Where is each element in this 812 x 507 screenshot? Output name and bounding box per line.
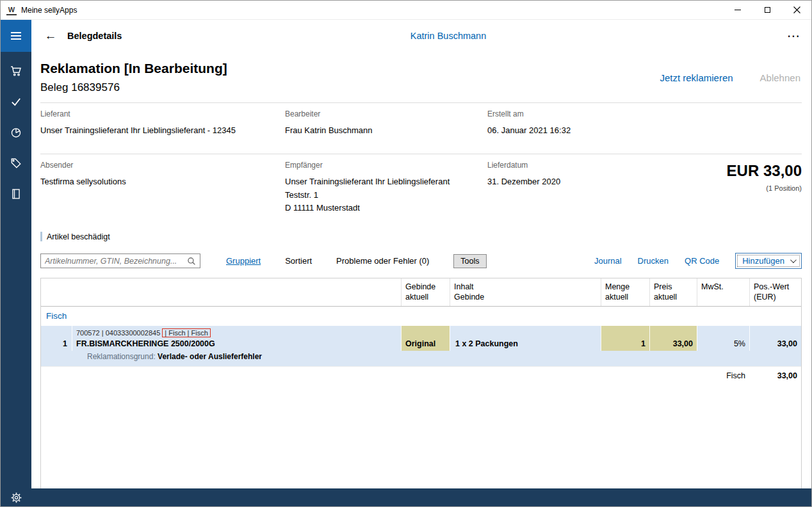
status-note-text: Artikel beschädigt bbox=[47, 232, 110, 241]
cart-icon bbox=[10, 65, 22, 77]
book-icon bbox=[10, 188, 22, 200]
field-value: Unser Trainingslieferant Ihr Lieblingsli… bbox=[40, 124, 285, 138]
sorted-toggle[interactable]: Sortiert bbox=[285, 256, 312, 266]
document-detail-page: Reklamation [In Bearbeitung] Beleg 16839… bbox=[31, 52, 811, 488]
field-value: 31. Dezember 2020 bbox=[487, 175, 654, 189]
gear-icon bbox=[11, 492, 22, 503]
tag-icon bbox=[10, 157, 22, 169]
sum-value: 33,00 bbox=[749, 367, 801, 385]
column-header-wert: Pos.-Wert (EUR) bbox=[749, 278, 801, 306]
reject-button[interactable]: Ablehnen bbox=[760, 72, 800, 83]
field-label: Lieferdatum bbox=[487, 161, 654, 170]
wert-cell: 33,00 bbox=[749, 326, 801, 351]
sidebar-item-cart[interactable] bbox=[1, 56, 31, 86]
field-bearbeiter: Bearbeiter Frau Katrin Buschmann bbox=[285, 109, 487, 138]
reclamation-reason-row: Reklamationsgrund: Verlade- oder Auslief… bbox=[41, 351, 801, 366]
sum-group-label: Fisch bbox=[697, 367, 749, 385]
menge-cell: 1 bbox=[601, 326, 649, 351]
field-erstellt-am: Erstellt am 06. Januar 2021 16:32 bbox=[487, 109, 802, 138]
field-value: 06. Januar 2021 16:32 bbox=[487, 124, 802, 138]
minimize-button[interactable] bbox=[723, 1, 752, 19]
column-header-mwst: MwSt. bbox=[697, 278, 749, 306]
sidebar bbox=[1, 20, 31, 506]
sidebar-item-settings[interactable] bbox=[1, 488, 31, 506]
column-header-gebinde: Gebinde aktuell bbox=[401, 278, 450, 306]
article-row[interactable]: 1 700572 | 04033300002845 | Fisch | Fisc… bbox=[41, 326, 801, 351]
column-header-pos bbox=[41, 278, 72, 306]
field-value: Testfirma sellysolutions bbox=[40, 175, 285, 189]
print-link[interactable]: Drucken bbox=[638, 256, 669, 266]
maximize-icon bbox=[765, 7, 770, 13]
sidebar-item-journal[interactable] bbox=[1, 179, 31, 209]
reclaim-now-button[interactable]: Jetzt reklamieren bbox=[660, 72, 733, 83]
sidebar-item-labels[interactable] bbox=[1, 148, 31, 179]
annotation-highlight-box: | Fisch | Fisch bbox=[162, 328, 210, 337]
reason-value: Verlade- oder Auslieferfehler bbox=[156, 352, 262, 361]
add-button[interactable]: Hinzufügen bbox=[735, 253, 802, 269]
page-nav-title: Belegdetails bbox=[67, 31, 122, 41]
field-label: Lieferant bbox=[40, 109, 285, 118]
check-icon bbox=[10, 96, 22, 108]
column-header-article bbox=[72, 278, 401, 306]
field-value-line: Teststr. 1 bbox=[285, 189, 487, 202]
maximize-button[interactable] bbox=[752, 1, 782, 19]
field-label: Erstellt am bbox=[487, 109, 802, 118]
group-sum-row: Fisch 33,00 bbox=[41, 366, 801, 385]
title-bar: W Meine sellyApps bbox=[1, 1, 811, 20]
column-header-menge: Menge aktuell bbox=[601, 278, 649, 306]
field-absender: Absender Testfirma sellysolutions bbox=[40, 161, 285, 215]
column-header-preis: Preis aktuell bbox=[649, 278, 697, 306]
hamburger-icon bbox=[11, 32, 21, 33]
table-header-row: Gebinde aktuell Inhalt Gebinde Menge akt… bbox=[41, 278, 801, 307]
qr-code-link[interactable]: QR Code bbox=[685, 256, 719, 266]
tools-button[interactable]: Tools bbox=[453, 254, 486, 268]
pie-chart-icon bbox=[10, 127, 22, 138]
reason-label: Reklamationsgrund: bbox=[87, 352, 156, 361]
group-header-row: Fisch bbox=[41, 307, 801, 326]
total-amount: EUR 33,00 bbox=[654, 162, 802, 180]
more-options-button[interactable]: ⋯ bbox=[787, 28, 801, 44]
add-button-label: Hinzufügen bbox=[742, 256, 784, 266]
field-lieferdatum: Lieferdatum 31. Dezember 2020 bbox=[487, 161, 654, 215]
app-window: W Meine sellyApps bbox=[0, 0, 812, 507]
hamburger-menu-button[interactable] bbox=[1, 20, 31, 52]
window-title: Meine sellyApps bbox=[21, 6, 77, 15]
grouped-toggle[interactable]: Gruppiert bbox=[226, 256, 261, 266]
journal-link[interactable]: Journal bbox=[594, 256, 622, 266]
app-icon: W bbox=[6, 5, 17, 15]
sidebar-item-tasks[interactable] bbox=[1, 86, 31, 117]
document-total: EUR 33,00 (1 Position) bbox=[654, 161, 802, 215]
article-name: FR.BISMARCKHERINGE 2500/2000G bbox=[76, 339, 397, 348]
field-value-line: Unser Trainingslieferant Ihr Lieblingsli… bbox=[285, 175, 487, 189]
search-input[interactable] bbox=[41, 254, 187, 268]
status-note: Artikel beschädigt bbox=[40, 232, 802, 241]
field-value: Frau Katrin Buschmann bbox=[285, 124, 487, 138]
close-icon bbox=[793, 6, 800, 13]
user-name: Katrin Buschmann bbox=[410, 31, 486, 41]
close-button[interactable] bbox=[782, 1, 811, 19]
position-count: (1 Position) bbox=[654, 184, 802, 192]
problems-filter[interactable]: Probleme oder Fehler (0) bbox=[336, 256, 429, 266]
search-icon bbox=[187, 257, 196, 266]
nav-bar: ← Belegdetails Katrin Buschmann ⋯ bbox=[31, 20, 811, 52]
field-label: Bearbeiter bbox=[285, 109, 487, 118]
gebinde-cell: Original bbox=[401, 326, 450, 351]
inhalt-cell: 1 x 2 Packungen bbox=[450, 326, 601, 351]
table-empty-area bbox=[41, 385, 801, 488]
preis-cell: 33,00 bbox=[649, 326, 697, 351]
bottom-bar bbox=[1, 488, 811, 506]
page-title: Reklamation [In Bearbeitung] bbox=[40, 61, 660, 76]
field-value-line: D 11111 Musterstadt bbox=[285, 202, 487, 215]
field-lieferant: Lieferant Unser Trainingslieferant Ihr L… bbox=[40, 109, 285, 138]
sidebar-item-statistics[interactable] bbox=[1, 117, 31, 148]
mwst-cell: 5% bbox=[697, 326, 749, 351]
back-button[interactable]: ← bbox=[42, 29, 60, 43]
article-description-cell: 700572 | 04033300002845 | Fisch | Fisch … bbox=[72, 326, 401, 351]
status-accent-bar bbox=[40, 232, 42, 241]
article-number: 700572 | 04033300002845 bbox=[76, 329, 160, 337]
field-label: Absender bbox=[40, 161, 285, 170]
chevron-down-icon bbox=[790, 257, 797, 263]
position-number: 1 bbox=[41, 326, 72, 351]
field-empfaenger: Empfänger Unser Trainingslieferant Ihr L… bbox=[285, 161, 487, 215]
minimize-icon bbox=[735, 10, 741, 10]
